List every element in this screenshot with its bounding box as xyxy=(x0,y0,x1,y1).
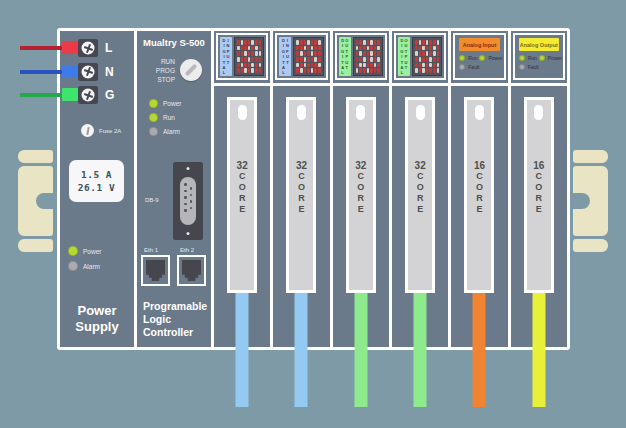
status-led-matrix xyxy=(234,37,264,76)
matrix-led-icon xyxy=(237,51,240,56)
matrix-led-icon xyxy=(248,57,251,62)
db9-connector xyxy=(173,162,203,240)
matrix-led-icon xyxy=(374,57,377,62)
core-word-letter: R xyxy=(239,193,246,204)
matrix-led-icon xyxy=(307,57,310,62)
led-label: Run xyxy=(468,55,477,61)
matrix-led-icon xyxy=(255,46,258,51)
core-word-letter: R xyxy=(476,193,483,204)
matrix-led-icon xyxy=(422,68,425,73)
matrix-led-icon xyxy=(251,51,254,56)
run-led-icon xyxy=(519,55,525,61)
matrix-led-icon xyxy=(296,51,299,56)
module-header: DIGITALINPUT xyxy=(216,33,268,80)
power-led-icon xyxy=(68,246,78,256)
core-word-letter: O xyxy=(357,182,364,193)
matrix-led-icon xyxy=(241,63,244,68)
voltage-readout: 26.1 V xyxy=(78,181,115,194)
matrix-led-icon xyxy=(311,40,314,45)
core-word-letter: C xyxy=(358,171,365,182)
matrix-led-icon xyxy=(415,63,418,68)
screw-icon xyxy=(82,89,95,102)
header-divider xyxy=(451,83,507,86)
matrix-led-icon xyxy=(374,51,377,56)
matrix-led-icon xyxy=(304,57,307,62)
matrix-led-icon xyxy=(255,63,258,68)
matrix-led-icon xyxy=(248,51,251,56)
matrix-led-icon xyxy=(415,68,418,73)
matrix-led-icon xyxy=(318,51,321,56)
current-readout: 1.5 A xyxy=(81,168,112,181)
terminal-label: L xyxy=(105,41,112,55)
matrix-led-icon xyxy=(363,51,366,56)
matrix-led-icon xyxy=(419,51,422,56)
io-cable xyxy=(236,290,249,407)
analog-module-leds: RunPowerFault xyxy=(459,55,499,70)
led-label: Power xyxy=(163,100,181,107)
io-cable xyxy=(473,290,486,407)
io-module-digital-input-1: DIGITALINPUT32CORE xyxy=(214,31,270,347)
matrix-led-icon xyxy=(433,40,436,45)
matrix-led-icon xyxy=(237,40,240,45)
matrix-led-icon xyxy=(374,68,377,73)
fault-led-icon xyxy=(459,64,465,70)
core-word-letter: E xyxy=(239,204,245,215)
io-terminal-card: 32CORE xyxy=(346,97,376,293)
io-module-digital-output-2: DIGITALOUTPUT32CORE xyxy=(392,31,448,347)
matrix-led-icon xyxy=(244,63,247,68)
matrix-led-icon xyxy=(311,68,314,73)
matrix-led-icon xyxy=(437,57,440,62)
matrix-led-icon xyxy=(300,40,303,45)
matrix-led-icon xyxy=(237,46,240,51)
module-header: Analog InputRunPowerFault xyxy=(453,33,505,80)
led-label: Fault xyxy=(528,64,539,70)
analog-module-leds: RunPowerFault xyxy=(519,55,559,70)
led-label: Run xyxy=(163,114,175,121)
matrix-led-icon xyxy=(356,46,359,51)
io-terminal-card: 16CORE xyxy=(524,97,554,293)
matrix-led-icon xyxy=(426,68,429,73)
matrix-led-icon xyxy=(437,63,440,68)
matrix-led-icon xyxy=(415,46,418,51)
matrix-led-icon xyxy=(307,63,310,68)
card-slot xyxy=(416,105,425,120)
matrix-led-icon xyxy=(419,57,422,62)
rj45-icon xyxy=(182,260,201,281)
module-type-label: DIGITALINPUT xyxy=(220,37,232,76)
core-count: 32 xyxy=(296,160,307,171)
led-row-run: Run xyxy=(459,55,479,61)
matrix-led-icon xyxy=(437,68,440,73)
led-label: Power xyxy=(548,55,562,61)
core-word-letter: C xyxy=(298,171,305,182)
matrix-led-icon xyxy=(426,63,429,68)
led-row-power: Power xyxy=(479,55,502,61)
io-terminal-card: 32CORE xyxy=(405,97,435,293)
matrix-led-icon xyxy=(251,68,254,73)
module-header: DIGITALOUTPUT xyxy=(335,33,387,80)
matrix-led-icon xyxy=(304,46,307,51)
rj45-icon xyxy=(146,260,165,281)
matrix-led-icon xyxy=(433,68,436,73)
matrix-led-icon xyxy=(377,51,380,56)
io-module-analog-input: Analog InputRunPowerFault16CORE xyxy=(451,31,507,347)
matrix-led-icon xyxy=(422,51,425,56)
matrix-led-icon xyxy=(433,46,436,51)
matrix-led-icon xyxy=(311,51,314,56)
power-supply-leds: Power Alarm xyxy=(68,246,101,276)
terminal-n: N xyxy=(78,63,114,81)
matrix-led-icon xyxy=(367,63,370,68)
matrix-led-icon xyxy=(244,40,247,45)
power-supply-title: Power Supply xyxy=(60,303,134,335)
matrix-led-icon xyxy=(419,40,422,45)
line-wire-connector xyxy=(62,41,78,54)
matrix-led-icon xyxy=(255,68,258,73)
alarm-led-icon xyxy=(68,261,78,271)
matrix-led-icon xyxy=(374,63,377,68)
module-type-label: DIGITALINPUT xyxy=(279,37,291,76)
db9-screw-icon xyxy=(187,167,190,170)
module-type-label: DIGITALOUTPUT xyxy=(398,37,410,76)
led-row-power: Power xyxy=(149,99,181,108)
db9-metal-shell xyxy=(180,177,196,225)
matrix-led-icon xyxy=(304,40,307,45)
eth1-label: Eth 1 xyxy=(144,247,158,253)
